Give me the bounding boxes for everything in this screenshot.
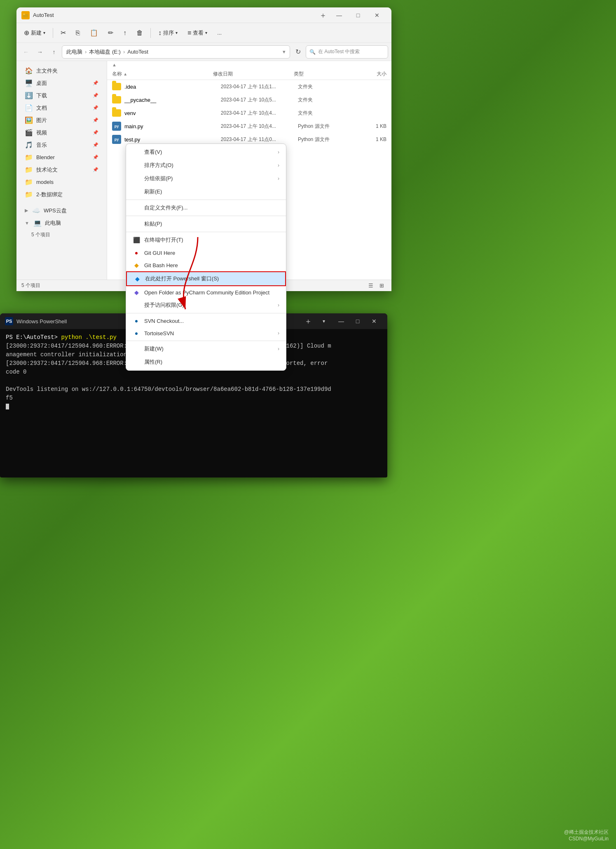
menu-new-label: 新建(W) [144,345,164,353]
sidebar-item-pictures[interactable]: 🖼️ 图片 📌 [18,114,105,126]
file-type: Python 源文件 [298,123,356,130]
pin-icon-8: 📌 [93,167,98,172]
list-view-button[interactable]: ☰ [366,281,376,290]
ps-cursor-line [6,402,382,411]
menu-item-paste[interactable]: 粘贴(P) [126,217,286,230]
menu-item-tortoisesvn[interactable]: ● TortoiseSVN › [126,327,286,339]
ps-add-button[interactable]: ＋ [302,315,315,328]
maximize-button[interactable]: □ [349,9,368,22]
table-row[interactable]: py main.py 2023-04-17 上午 10点4... Python … [107,120,391,133]
view-button[interactable]: ≡ 查看 ▾ [183,27,211,39]
menu-pycharm-icon: ◆ [133,289,140,296]
file-type: Python 源文件 [298,136,356,143]
file-name: venv [124,110,221,116]
menu-arrow-new: › [278,346,279,352]
minimize-button[interactable]: — [330,9,349,22]
col-size[interactable]: 大小 [354,71,386,78]
menu-sep-5 [126,341,286,341]
techpaper-icon: 📁 [25,166,33,174]
sort-dropdown-icon: ▾ [176,31,178,35]
address-path[interactable]: 此电脑 › 本地磁盘 (E:) › AutoTest ▾ [62,45,290,59]
menu-refresh-label: 刷新(E) [144,188,162,195]
sidebar-main-folder[interactable]: 🏠 主文件夹 [18,65,105,77]
menu-item-group[interactable]: 分组依据(P) › [126,172,286,185]
col-type[interactable]: 类型 [294,71,354,78]
path-this-pc[interactable]: 此电脑 [66,48,82,56]
back-button[interactable]: ← [20,46,32,58]
sort-icon: ↕ [158,29,162,37]
path-dropdown-icon[interactable]: ▾ [283,49,286,55]
sidebar-item-techpaper[interactable]: 📁 技术论文 📌 [18,164,105,176]
sidebar-item-databind[interactable]: 📁 2-数据绑定 [18,188,105,200]
view-label: 查看 [193,29,204,37]
sort-button[interactable]: ↕ 排序 ▾ [154,27,182,39]
menu-item-sort[interactable]: 排序方式(O) › [126,159,286,172]
ps-maximize-button[interactable]: □ [349,315,366,328]
menu-item-properties[interactable]: 属性(R) [126,355,286,369]
menu-item-new[interactable]: 新建(W) › [126,342,286,355]
menu-sep-3 [126,232,286,232]
sidebar-item-music[interactable]: 🎵 音乐 📌 [18,139,105,151]
path-local-disk[interactable]: 本地磁盘 (E:) [89,48,121,56]
sidebar-downloads-label: 下载 [36,92,47,99]
ps-close-button[interactable]: ✕ [366,315,382,328]
menu-tortoisesvn-icon: ● [133,330,140,336]
sidebar-documents-label: 文档 [36,104,47,112]
sort-indicator: ▲ [112,62,117,67]
sidebar-item-documents[interactable]: 📄 文档 📌 [18,102,105,114]
sidebar-item-this-pc[interactable]: ▼ 💻 此电脑 [18,217,105,229]
menu-view-label: 查看(V) [144,148,162,156]
sidebar-techpaper-label: 技术论文 [36,166,58,174]
sidebar-wps-label: WPS云盘 [44,207,67,214]
file-date: 2023-04-17 上午 11点1... [221,83,298,90]
delete-button[interactable]: 🗑 [132,27,147,39]
table-row[interactable]: __pycache__ 2023-04-17 上午 10点5... 文件夹 [107,93,391,106]
grid-view-button[interactable]: ⊞ [377,281,386,290]
ps-minimize-button[interactable]: — [333,315,349,328]
sidebar-item-desktop[interactable]: 🖥️ 桌面 📌 [18,77,105,89]
menu-item-customize[interactable]: 自定义文件夹(F)... [126,201,286,214]
col-name[interactable]: 名称 ▲ [112,71,213,78]
copy-button[interactable]: ⎘ [72,27,84,39]
new-button[interactable]: ⊕ 新建 ▾ [20,26,49,39]
refresh-button[interactable]: ↻ [292,46,304,58]
menu-item-refresh[interactable]: 刷新(E) [126,185,286,198]
search-icon: 🔍 [309,49,316,55]
menu-arrow-sort: › [278,162,279,168]
table-row[interactable]: .idea 2023-04-17 上午 11点1... 文件夹 [107,80,391,93]
search-box[interactable]: 🔍 在 AutoTest 中搜索 [306,45,388,59]
sidebar-item-downloads[interactable]: ⬇️ 下载 📌 [18,89,105,101]
python-file-icon: py [112,135,121,144]
file-date: 2023-04-17 上午 10点4... [221,110,298,117]
window-controls: — □ ✕ [330,9,386,22]
ps-dropdown-button[interactable]: ▾ [318,315,330,328]
toolbar-sep-1 [53,28,53,38]
table-row[interactable]: venv 2023-04-17 上午 10点4... 文件夹 [107,106,391,120]
menu-powershell-icon: ◆ [134,275,141,282]
col-date[interactable]: 修改日期 [213,71,294,78]
pin-icon-2: 📌 [93,93,98,98]
paste-button[interactable]: 📋 [86,26,102,39]
rename-button[interactable]: ✏ [104,26,117,39]
watermark: @稀土掘金技术社区 CSDN@MyGuiLin [564,829,609,842]
menu-gitbash-icon: ◆ [133,262,140,268]
new-tab-button[interactable]: ＋ [316,9,330,22]
menu-item-view[interactable]: 查看(V) › [126,146,286,159]
sidebar-item-blender[interactable]: 📁 Blender 📌 [18,151,105,163]
path-folder[interactable]: AutoTest [127,49,148,55]
sidebar-item-models[interactable]: 📁 models [18,176,105,188]
share-button[interactable]: ↑ [119,27,131,39]
menu-customize-label: 自定义文件夹(F)... [144,204,187,212]
sidebar-item-videos[interactable]: 🎬 视频 📌 [18,127,105,139]
close-button[interactable]: ✕ [368,9,386,22]
menu-item-svn-checkout[interactable]: ● SVN Checkout... [126,315,286,327]
sidebar-item-wps[interactable]: ▶ ☁️ WPS云盘 [18,205,105,216]
pin-icon-7: 📌 [93,155,98,160]
pin-icon-5: 📌 [93,130,98,135]
item-count-display: 5 个项目 [25,229,105,240]
forward-button[interactable]: → [34,46,46,58]
up-button[interactable]: ↑ [48,46,60,58]
more-button[interactable]: ... [213,27,226,38]
cut-button[interactable]: ✂ [56,26,70,39]
sort-label: 排序 [163,29,174,37]
